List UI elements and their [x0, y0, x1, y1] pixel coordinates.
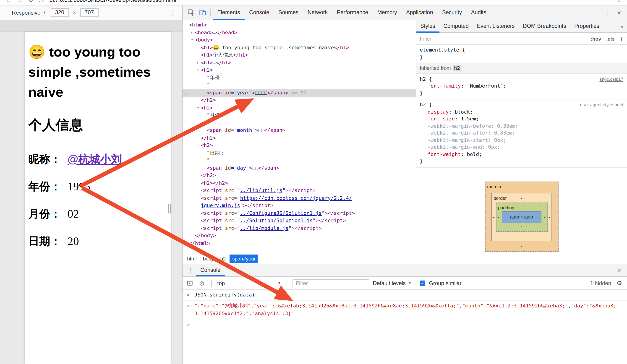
- toggle-class[interactable]: .cls: [606, 36, 615, 41]
- css-property[interactable]: font-family: "NumberFont";: [420, 83, 623, 90]
- forward-icon[interactable]: →: [17, 0, 23, 3]
- console-drawer-tab[interactable]: Console: [196, 264, 225, 276]
- css-property[interactable]: display: block;: [420, 108, 623, 115]
- clear-console-icon[interactable]: ⊘: [198, 279, 206, 287]
- dom-tree-row[interactable]: ▾<body>: [183, 37, 416, 44]
- device-toolbar-menu-icon[interactable]: ⋮: [167, 9, 178, 16]
- expand-arrow-icon[interactable]: ▸: [195, 59, 201, 67]
- tab-elements[interactable]: Elements: [213, 5, 245, 20]
- border-left-value[interactable]: -: [493, 214, 495, 221]
- box-model-margin[interactable]: margin - - - - border - - - -: [485, 181, 558, 252]
- css-property[interactable]: -webkit-margin-start: 0px;: [420, 136, 623, 144]
- dom-tree-row[interactable]: <span id="day">□□</span>: [183, 164, 416, 172]
- tab-styles[interactable]: Styles: [416, 20, 439, 33]
- margin-right-value[interactable]: -: [555, 213, 557, 220]
- toggle-device-toolbar-icon[interactable]: [197, 7, 209, 18]
- padding-left-value[interactable]: -: [498, 214, 499, 221]
- inspect-element-icon[interactable]: [185, 7, 197, 18]
- console-settings-gear-icon[interactable]: ⚙: [615, 280, 624, 286]
- hidden-messages-count[interactable]: 1 hidden: [590, 280, 611, 286]
- dom-tree-row-selected[interactable]: …<span id="year">□□□□</span> == $0: [183, 89, 416, 97]
- rule-source[interactable]: style.css:17: [600, 76, 624, 83]
- dom-tree-row[interactable]: <h1>😄 too young too simple ,sometimes na…: [183, 44, 416, 51]
- dom-tree-row[interactable]: <span id="month">□□</span>: [183, 127, 416, 134]
- console-prompt-line[interactable]: >: [183, 319, 627, 322]
- css-property[interactable]: font-weight: bold;: [420, 151, 623, 158]
- device-type-dropdown[interactable]: Responsive ▼: [12, 9, 46, 16]
- expand-ellipsis-icon[interactable]: …: [184, 89, 187, 97]
- log-levels-dropdown[interactable]: Default levels ▼: [373, 280, 412, 286]
- rule-selector[interactable]: h2 {: [420, 76, 432, 83]
- tab-sources[interactable]: Sources: [274, 5, 303, 20]
- tab-security[interactable]: Security: [438, 5, 467, 20]
- nickname-link[interactable]: @杭城小刘: [67, 152, 122, 167]
- console-filter-input[interactable]: Filter: [293, 279, 369, 287]
- dom-tree-row[interactable]: <html>: [183, 21, 416, 29]
- collapse-arrow-icon[interactable]: ▾: [195, 67, 201, 74]
- dom-tree-row[interactable]: ▸<h1>…</h1>: [183, 59, 416, 67]
- device-width-input[interactable]: 320: [51, 8, 69, 17]
- dom-tree-row[interactable]: "日期：: [183, 149, 416, 157]
- url-text[interactable]: 127.0.0.1:8080/SPIDER-develop/views/solu…: [49, 0, 611, 3]
- dom-tree-row[interactable]: </h2>: [183, 134, 416, 142]
- tab-properties[interactable]: Properties: [570, 20, 603, 33]
- tab-performance[interactable]: Performance: [332, 5, 373, 20]
- back-icon[interactable]: ←: [5, 0, 11, 3]
- border-bottom-value[interactable]: -: [521, 232, 522, 239]
- info-icon[interactable]: ⓘ: [39, 0, 44, 3]
- dom-tree-row[interactable]: <h1>个人信息</h1>: [183, 51, 416, 59]
- dom-tree-row[interactable]: <script src="../lib/module.js"></script>: [183, 225, 416, 232]
- border-top-value[interactable]: -: [521, 194, 522, 202]
- margin-top-value[interactable]: -: [521, 183, 522, 190]
- dom-tree-row[interactable]: <script src="../Solution/Solution1.js"><…: [183, 217, 416, 225]
- box-model-content[interactable]: auto × auto: [502, 211, 541, 223]
- box-model-border[interactable]: border - - - - padding - - -: [491, 193, 552, 241]
- new-style-rule-icon[interactable]: +: [620, 35, 623, 42]
- tab-dom-breakpoints[interactable]: DOM Breakpoints: [519, 20, 570, 33]
- dom-tree-row[interactable]: <h2></h2>: [183, 180, 416, 187]
- padding-top-value[interactable]: -: [521, 204, 522, 211]
- javascript-context-dropdown[interactable]: top ▼: [217, 280, 281, 286]
- box-model-padding[interactable]: padding - - - - auto × auto: [496, 202, 547, 231]
- dom-tree-row[interactable]: "月份：: [183, 112, 416, 119]
- dom-tree-row[interactable]: ": [183, 82, 416, 89]
- expand-arrow-icon[interactable]: ▸: [189, 29, 195, 37]
- css-property[interactable]: -webkit-margin-after: 0.83em;: [420, 130, 623, 136]
- crumb-h2[interactable]: h2: [217, 254, 229, 263]
- console-command-line[interactable]: > JSON.stringify(data): [183, 290, 627, 301]
- margin-bottom-value[interactable]: -: [521, 243, 522, 250]
- rule-selector[interactable]: h2 {: [420, 101, 432, 108]
- viewport-resize-handle[interactable]: [167, 202, 172, 216]
- dom-tree-row[interactable]: <script src="../ConfigureJS/Solution1.js…: [183, 210, 416, 217]
- tab-memory[interactable]: Memory: [373, 5, 402, 20]
- collapse-arrow-icon[interactable]: ▾: [189, 37, 195, 44]
- crumb-body[interactable]: body: [200, 254, 217, 263]
- tab-network[interactable]: Network: [303, 5, 332, 20]
- devtools-close-icon[interactable]: ×: [613, 9, 625, 16]
- crumb-html[interactable]: html: [184, 254, 199, 263]
- group-similar-checkbox[interactable]: ✓: [420, 280, 425, 286]
- tab-console[interactable]: Console: [245, 5, 274, 20]
- dom-tree-row[interactable]: </h2>: [183, 97, 416, 104]
- crumb-span#year[interactable]: span#year: [230, 254, 259, 263]
- tab-event-listeners[interactable]: Event Listeners: [473, 20, 519, 33]
- styles-filter-input[interactable]: Filter: [420, 35, 590, 42]
- collapse-arrow-icon[interactable]: ▾: [195, 142, 201, 149]
- css-property[interactable]: font-size: 1.5em;: [420, 115, 623, 123]
- dom-tree-row[interactable]: jquery.min.js"></script>: [183, 202, 416, 210]
- tab-computed[interactable]: Computed: [439, 20, 473, 33]
- dom-tree-row[interactable]: "年份：: [183, 74, 416, 82]
- tab-application[interactable]: Application: [402, 5, 437, 20]
- device-height-input[interactable]: 707: [80, 8, 98, 17]
- reload-icon[interactable]: ↻: [28, 0, 33, 3]
- dom-tree-row[interactable]: ▾<h2>: [183, 142, 416, 149]
- padding-bottom-value[interactable]: -: [521, 223, 522, 230]
- console-sidebar-icon[interactable]: [186, 280, 194, 286]
- dom-tree-row[interactable]: ": [183, 157, 416, 164]
- console-result-line[interactable]: <· "{"name":"@杭城小刘","year":"&#xefab;3.14…: [183, 301, 627, 319]
- dom-tree-row[interactable]: ▾<h2>: [183, 104, 416, 112]
- css-property[interactable]: -webkit-margin-end: 0px;: [420, 144, 623, 151]
- dom-tree-row[interactable]: </html>: [183, 240, 416, 247]
- element-style-selector[interactable]: element.style {: [420, 46, 465, 54]
- drawer-menu-icon[interactable]: ⋮: [185, 267, 196, 274]
